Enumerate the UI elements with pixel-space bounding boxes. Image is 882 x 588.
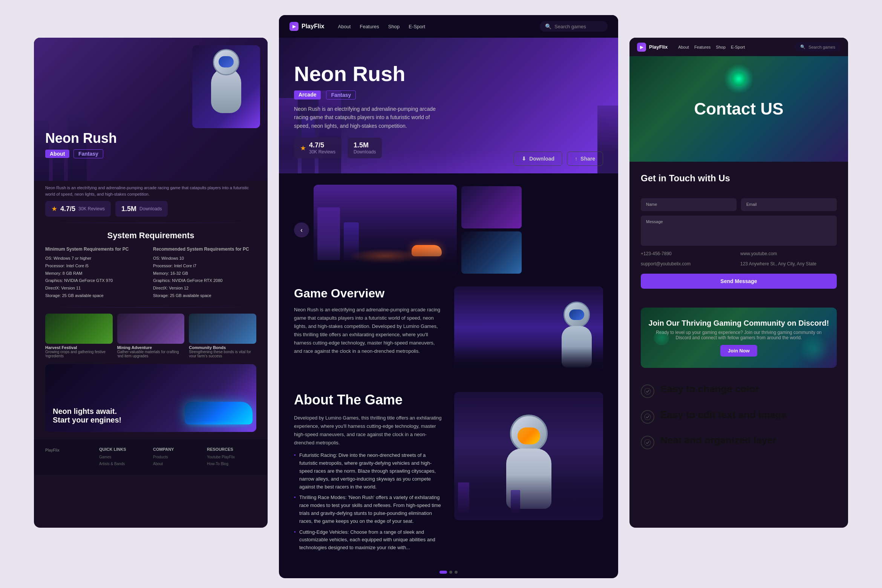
nav-link-about[interactable]: About bbox=[338, 24, 351, 29]
contact-info: +123-456-7890 www.youtube.com support@yo… bbox=[641, 250, 837, 268]
carousel-main-image bbox=[314, 185, 457, 275]
discord-title: Join Our Thriving Gaming Community on Di… bbox=[649, 319, 829, 328]
game-title-area: Neon Rush About Fantasy bbox=[45, 130, 117, 158]
rating-badge: ★ 4.7/5 30K Reviews bbox=[45, 201, 111, 217]
banner-heading-2: Start your engines! bbox=[53, 416, 121, 424]
search-icon-right: 🔍 bbox=[800, 44, 805, 49]
game-thumb-label-2: Mining Adventure bbox=[117, 345, 185, 350]
logo-icon-right: ▶ bbox=[637, 43, 646, 52]
hero-main: Neon Rush Arcade Fantasy Neon Rush is an… bbox=[279, 38, 618, 173]
astronaut-helmet bbox=[213, 49, 239, 75]
email-label: Email bbox=[746, 202, 831, 207]
share-button[interactable]: ↑ Share bbox=[567, 152, 603, 166]
message-field[interactable]: Message bbox=[641, 216, 837, 246]
game-thumb-desc-1: Growing crops and gathering festive ingr… bbox=[45, 350, 113, 358]
game-thumb-label-1: Harvest Festival bbox=[45, 345, 113, 350]
ov-helmet bbox=[564, 302, 590, 328]
nav-right-features[interactable]: Features bbox=[694, 45, 710, 49]
footer-resources-items: Youtube PlayFlixHow-To Blog bbox=[207, 454, 256, 467]
mushroom-head bbox=[654, 330, 669, 345]
tag-fantasy: Fantasy bbox=[74, 149, 103, 158]
feature-item-3: Neat and organized layer bbox=[641, 434, 837, 449]
game-thumb-desc-2: Gather valuable materials for crafting a… bbox=[117, 350, 185, 358]
carousel-side-img-1[interactable] bbox=[461, 186, 522, 228]
hero-tag-arcade: Arcade bbox=[294, 90, 321, 100]
hero-star-icon: ★ bbox=[300, 144, 306, 152]
search-icon: 🔍 bbox=[545, 23, 551, 29]
overview-title: Game Overview bbox=[294, 286, 443, 300]
search-box-right[interactable]: 🔍 Search games bbox=[795, 42, 841, 52]
logo-text-right: PlayFlix bbox=[649, 44, 668, 50]
game-thumb-img-1 bbox=[45, 314, 113, 344]
contact-website: www.youtube.com bbox=[740, 250, 837, 257]
check-icon-1 bbox=[644, 388, 651, 395]
overview-image bbox=[454, 286, 603, 369]
check-icon-3 bbox=[644, 439, 651, 446]
carousel-section: ‹ bbox=[279, 173, 618, 286]
about-intro: Developed by Lumino Games, this thrillin… bbox=[294, 414, 443, 447]
svg-point-1 bbox=[645, 414, 651, 420]
contact-address: 123 Anywhere St., Any City, Any State bbox=[740, 260, 837, 268]
game-thumb-img-3 bbox=[189, 314, 256, 344]
carousel-side-images bbox=[461, 186, 522, 274]
message-label: Message bbox=[646, 219, 831, 224]
email-field[interactable]: Email bbox=[741, 198, 837, 211]
footer-logo: PlayFlix bbox=[45, 447, 95, 454]
nav-right-esport[interactable]: E-Sport bbox=[731, 45, 745, 49]
about-content: About The Game Developed by Lumino Games… bbox=[294, 392, 443, 555]
game-thumb-img-2 bbox=[117, 314, 185, 344]
min-requirements-col: Minimum System Requirements for PC OS: W… bbox=[45, 247, 149, 300]
ab-bld-2 bbox=[511, 490, 520, 513]
footer-company: COMPANY ProductsAbout bbox=[153, 447, 202, 467]
feature-label-1: Easy to change color bbox=[660, 383, 759, 396]
hero-game-title: Neon Rush bbox=[294, 61, 603, 86]
downloads-value: 1.5M bbox=[121, 205, 136, 213]
carousel-side-img-2[interactable] bbox=[461, 231, 522, 274]
carousel-prev-button[interactable]: ‹ bbox=[294, 222, 309, 237]
footer-company-heading: COMPANY bbox=[153, 447, 202, 452]
search-box[interactable]: 🔍 Search games bbox=[540, 21, 608, 32]
game-thumb-label-3: Community Bonds bbox=[189, 345, 256, 350]
min-specs: OS: Windows 7 or higher Processor: Intel… bbox=[45, 255, 149, 300]
name-field[interactable]: Name bbox=[641, 198, 737, 211]
footer-quick-links-items: GamesArtists & Bands bbox=[99, 454, 149, 467]
ov-visor bbox=[569, 309, 584, 320]
downloads-badge: 1.5M Downloads bbox=[115, 201, 168, 217]
list-item[interactable]: Mining Adventure Gather valuable materia… bbox=[117, 314, 185, 358]
bullet-2: Thrilling Race Modes: 'Neon Rush' offers… bbox=[294, 494, 443, 525]
nav-link-esport[interactable]: E-Sport bbox=[409, 24, 425, 29]
nav-right-about[interactable]: About bbox=[678, 45, 689, 49]
contact-sub bbox=[641, 185, 837, 191]
bullet-3: Cutting-Edge Vehicles: Choose from a ran… bbox=[294, 528, 443, 552]
feature-check-2 bbox=[641, 410, 654, 424]
feature-check-1 bbox=[641, 384, 654, 398]
system-requirements-section: System Requirements Minimum System Requi… bbox=[34, 223, 268, 307]
stats-row: ★ 4.7/5 30K Reviews 1.5M Downloads bbox=[34, 201, 268, 223]
hero-reviews: 30K Reviews bbox=[309, 149, 335, 155]
nav-link-shop[interactable]: Shop bbox=[388, 24, 400, 29]
discord-join-button[interactable]: Join Now bbox=[720, 345, 757, 357]
scene-road bbox=[314, 245, 457, 275]
nav-right-shop[interactable]: Shop bbox=[716, 45, 726, 49]
nav-link-features[interactable]: Features bbox=[360, 24, 379, 29]
send-message-button[interactable]: Send Message bbox=[641, 274, 837, 289]
overview-text: Neon Rush is an electrifying and adrenal… bbox=[294, 306, 443, 356]
left-hero: Neon Rush About Fantasy bbox=[34, 38, 268, 181]
sys-req-title: System Requirements bbox=[45, 231, 256, 240]
hero-downloads-badge: 1.5M Downloads bbox=[348, 138, 382, 158]
contact-phone: +123-456-7890 bbox=[641, 250, 737, 257]
about-bullets: Futuristic Racing: Dive into the neon-dr… bbox=[294, 452, 443, 552]
page-dots bbox=[279, 566, 618, 578]
discord-desc: Ready to level up your gaming experience… bbox=[648, 330, 829, 340]
footer-quick-links: QUICK LINKS GamesArtists & Bands bbox=[99, 447, 149, 467]
downloads-label: Downloads bbox=[139, 206, 162, 211]
list-item[interactable]: Harvest Festival Growing crops and gathe… bbox=[45, 314, 113, 358]
logo-icon: ▶ bbox=[289, 22, 299, 31]
download-button[interactable]: ⬇ Download bbox=[514, 152, 562, 166]
rec-label: Recommended System Requirements for PC bbox=[153, 247, 256, 252]
contact-hero: Contact US bbox=[629, 56, 848, 162]
promo-banner: Neon lights await. Start your engines! bbox=[45, 364, 256, 432]
game-description-left: Neon Rush is an electrifying and adrenal… bbox=[34, 181, 268, 201]
banner-text: Neon lights await. Start your engines! bbox=[53, 407, 121, 424]
list-item[interactable]: Community Bonds Strengthening these bond… bbox=[189, 314, 256, 358]
